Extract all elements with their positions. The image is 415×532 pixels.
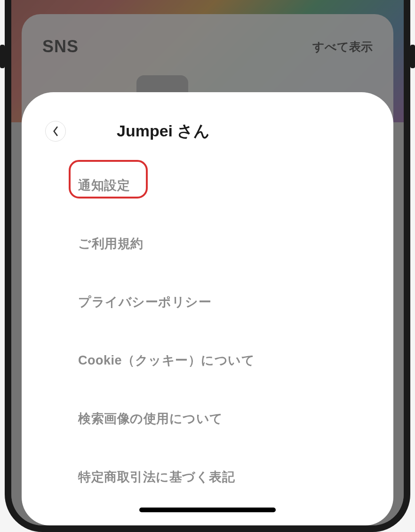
menu-item-image-usage[interactable]: 検索画像の使用について — [78, 400, 370, 437]
sheet-title: Jumpei さん — [117, 120, 210, 142]
home-indicator[interactable] — [139, 508, 276, 512]
menu-item-withdrawal[interactable]: 退会手続き — [78, 516, 370, 532]
menu-item-label: Cookie（クッキー）について — [78, 353, 255, 367]
menu-item-notifications[interactable]: 通知設定 — [78, 167, 370, 204]
menu-item-label: 特定商取引法に基づく表記 — [78, 470, 235, 484]
device-frame-right — [410, 45, 415, 68]
device-frame-left — [0, 45, 5, 68]
menu-item-privacy[interactable]: プライバシーポリシー — [78, 283, 370, 321]
chevron-left-icon — [52, 126, 59, 136]
menu-item-label: 検索画像の使用について — [78, 412, 223, 426]
back-button[interactable] — [45, 121, 66, 142]
menu-item-cookies[interactable]: Cookie（クッキー）について — [78, 341, 370, 379]
settings-menu-list: 通知設定 ご利用規約 プライバシーポリシー Cookie（クッキー）について 検… — [45, 167, 370, 532]
menu-item-label: プライバシーポリシー — [78, 295, 211, 309]
menu-item-commerce-law[interactable]: 特定商取引法に基づく表記 — [78, 458, 370, 496]
device-frame: SNS すべて表示 Jumpei さん 通知設定 ご利用規約 — [5, 0, 410, 532]
settings-modal-sheet: Jumpei さん 通知設定 ご利用規約 プライバシーポリシー Cookie（ク… — [22, 92, 393, 525]
menu-item-label: 退会手続き — [78, 528, 144, 532]
menu-item-label: ご利用規約 — [78, 237, 144, 251]
menu-item-label: 通知設定 — [78, 178, 130, 192]
menu-item-terms[interactable]: ご利用規約 — [78, 225, 370, 262]
